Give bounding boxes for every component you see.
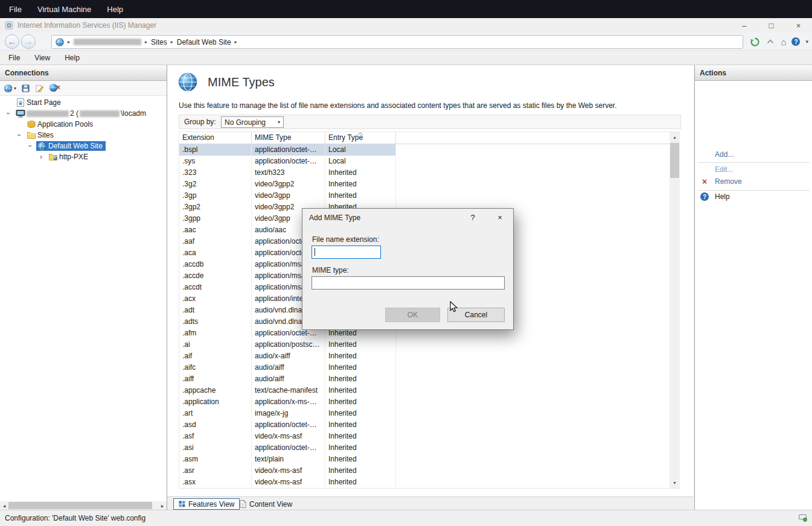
action-remove[interactable]: × Remove — [695, 176, 812, 188]
cell-entry_type: Inherited — [325, 339, 396, 350]
connections-header: Connections — [0, 65, 167, 81]
tree-item-application-pools[interactable]: Application Pools — [0, 119, 167, 130]
mime-table-row[interactable]: .asdapplication/octet-streamInherited — [179, 419, 396, 431]
action-edit[interactable]: Edit... — [695, 163, 812, 176]
back-button[interactable]: ← — [5, 34, 19, 49]
mime-table-row[interactable]: .applicationapplication/x-ms-application… — [179, 396, 396, 408]
file-extension-input[interactable] — [312, 246, 381, 259]
dialog-help-button[interactable]: ? — [461, 209, 485, 226]
mime-table-row[interactable]: .323text/h323Inherited — [179, 167, 396, 179]
cell-entry_type: Inherited — [325, 373, 396, 385]
tree-item-server[interactable]: › 2 ( \locadm — [0, 108, 167, 119]
column-header-entry-type[interactable]: Entry Type — [325, 132, 396, 144]
actions-header: Actions — [695, 65, 812, 81]
mime-table-row[interactable]: .asrvideo/x-ms-asfInherited — [179, 465, 396, 477]
scroll-up-button[interactable]: ▲ — [670, 132, 680, 142]
cell-mime_type: application/octet-stream — [252, 144, 325, 156]
remove-connection-icon[interactable]: × — [49, 83, 59, 93]
vm-menu-help[interactable]: Help — [99, 0, 131, 18]
tree-item-sites[interactable]: › Sites — [0, 130, 167, 141]
scroll-thumb[interactable] — [8, 502, 152, 509]
cell-mime_type: audio/aiff — [252, 373, 325, 385]
mime-table-row[interactable]: .asmtext/plainInherited — [179, 454, 396, 465]
tree-item-default-web-site[interactable]: › Default Web Site — [0, 141, 167, 151]
group-by-dropdown[interactable]: No Grouping ▾ — [221, 116, 284, 128]
column-header-extension[interactable]: Extension — [179, 132, 252, 144]
mime-table-row[interactable]: .asxvideo/x-ms-asfInherited — [179, 477, 396, 488]
mime-table-row[interactable]: .aifaudio/x-aiffInherited — [179, 350, 396, 362]
menu-bar: File View Help — [0, 51, 812, 65]
mime-table-row[interactable]: .aiapplication/postscriptInherited — [179, 339, 396, 350]
help-dropdown-icon[interactable]: ▾ — [805, 39, 808, 45]
connections-horizontal-scrollbar[interactable]: ◀ ▶ — [0, 501, 167, 510]
cell-extension: .aaf — [179, 236, 252, 247]
save-connections-icon[interactable] — [21, 84, 30, 93]
column-header-mime-type[interactable]: MIME Type — [252, 132, 325, 144]
tree-item-http-pxe[interactable]: › http-PXE — [0, 151, 167, 162]
mime-table-row[interactable]: .aiffaudio/aiffInherited — [179, 373, 396, 385]
mime-table-row[interactable]: .artimage/x-jgInherited — [179, 408, 396, 419]
breadcrumb-sites[interactable]: Sites — [151, 38, 167, 46]
dialog-close-button[interactable]: × — [488, 209, 512, 226]
breadcrumb-default-web-site[interactable]: Default Web Site — [177, 38, 231, 46]
menu-help[interactable]: Help — [57, 51, 87, 65]
scroll-left-button[interactable]: ◀ — [0, 501, 8, 510]
cell-entry_type: Inherited — [325, 396, 396, 408]
menu-view[interactable]: View — [27, 51, 57, 65]
cell-extension: .3g2 — [179, 179, 252, 190]
tab-content-view[interactable]: Content View — [235, 498, 297, 510]
mime-table-row[interactable]: .3g2video/3gpp2Inherited — [179, 179, 396, 190]
breadcrumb[interactable]: ▸ ▸ Sites ▸ Default Web Site ▸ — [51, 35, 743, 49]
vm-menu-file[interactable]: File — [1, 0, 30, 18]
cell-entry_type: Inherited — [325, 477, 396, 488]
expander-icon[interactable]: › — [15, 132, 24, 139]
mouse-cursor — [449, 301, 460, 313]
vm-menu-virtual-machine[interactable]: Virtual Machine — [30, 0, 99, 18]
mime-table-row[interactable]: .aifcaudio/aiffInherited — [179, 362, 396, 373]
restart-icon[interactable] — [750, 37, 760, 47]
globe-icon — [37, 142, 46, 151]
maximize-button[interactable]: □ — [758, 18, 785, 33]
ok-button[interactable]: OK — [385, 308, 440, 322]
cell-mime_type: video/3gpp2 — [252, 179, 325, 190]
forward-button[interactable]: → — [21, 34, 36, 49]
menu-file[interactable]: File — [1, 51, 27, 65]
tree-item-start-page[interactable]: Start Page — [0, 97, 167, 108]
mime-table-row[interactable]: .3gpvideo/3gppInherited — [179, 190, 396, 201]
expander-icon[interactable]: › — [4, 110, 13, 117]
cell-extension: .aif — [179, 350, 252, 362]
cell-extension: .adt — [179, 305, 252, 316]
action-add[interactable]: Add... — [695, 148, 812, 160]
home-icon[interactable]: ⌂ — [781, 37, 786, 47]
action-help[interactable]: ? Help — [695, 191, 812, 203]
group-by-bar: Group by: No Grouping ▾ — [179, 115, 681, 129]
status-icon — [798, 513, 807, 524]
help-icon[interactable]: ? — [791, 37, 800, 46]
mime-table-row[interactable]: .asfvideo/x-ms-asfInherited — [179, 431, 396, 442]
connections-toolbar: ▾ × — [0, 81, 167, 96]
tab-features-view[interactable]: Features View — [173, 498, 240, 510]
scroll-right-button[interactable]: ▶ — [158, 501, 167, 510]
scroll-down-button[interactable]: ▼ — [670, 478, 680, 488]
cell-mime_type: text/h323 — [252, 167, 325, 179]
minimize-button[interactable]: – — [730, 18, 758, 33]
mime-type-input[interactable] — [312, 276, 505, 290]
cell-extension: .accde — [179, 270, 252, 282]
mime-table-row[interactable]: .asiapplication/octet-streamInherited — [179, 442, 396, 454]
rename-connection-icon[interactable] — [35, 84, 44, 93]
cell-extension: .accdb — [179, 259, 252, 270]
expander-icon[interactable]: › — [26, 142, 34, 150]
expander-icon[interactable]: › — [37, 153, 45, 161]
scroll-thumb[interactable] — [670, 143, 679, 178]
create-connection-button[interactable]: ▾ — [4, 84, 16, 93]
content-view-icon — [240, 500, 246, 508]
mime-table-row[interactable]: .sysapplication/octet-streamLocal — [179, 156, 396, 167]
cell-mime_type: application/octet-stream — [252, 419, 325, 431]
cell-extension: .asf — [179, 431, 252, 442]
chevron-up-icon[interactable] — [766, 37, 775, 46]
list-vertical-scrollbar[interactable]: ▲ ▼ — [670, 132, 680, 488]
close-button[interactable]: × — [785, 18, 812, 33]
mime-table-row[interactable]: .appcachetext/cache-manifestInherited — [179, 385, 396, 396]
selected-tree-item[interactable]: Default Web Site — [36, 141, 106, 151]
mime-table-row[interactable]: .bsplapplication/octet-streamLocal — [179, 144, 396, 156]
